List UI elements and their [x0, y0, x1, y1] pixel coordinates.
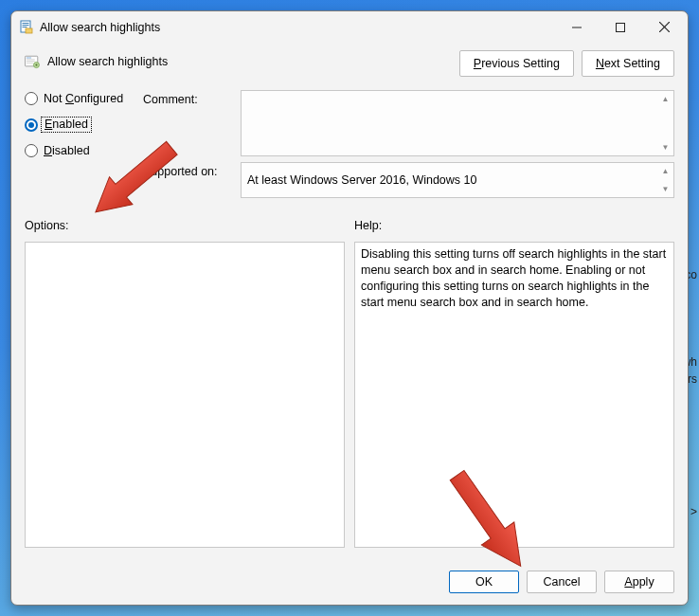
state-radio-group: Not Configured Enabled Disabled — [25, 90, 134, 198]
svg-rect-12 — [27, 61, 35, 62]
svg-rect-11 — [27, 59, 35, 60]
help-text: Disabling this setting turns off search … — [361, 247, 666, 309]
supported-on-value: At least Windows Server 2016, Windows 10 — [247, 173, 476, 187]
radio-icon-selected — [25, 118, 38, 132]
svg-rect-13 — [27, 63, 33, 63]
help-panel: Help: Disabling this setting turns off s… — [354, 219, 674, 548]
policy-dialog-window: Allow search highlights — [10, 10, 689, 606]
comment-textarea[interactable]: ▲ ▼ — [241, 90, 674, 156]
radio-label: Enabled — [41, 117, 92, 133]
radio-label: Not Configured — [44, 92, 123, 105]
nav-buttons: Previous Setting Next Setting — [459, 50, 674, 77]
cancel-button[interactable]: Cancel — [527, 571, 597, 593]
svg-rect-10 — [27, 58, 31, 59]
svg-rect-4 — [26, 28, 32, 33]
apply-button[interactable]: Apply — [604, 571, 674, 593]
titlebar: Allow search highlights — [11, 11, 688, 43]
radio-label: Disabled — [44, 144, 90, 157]
close-button[interactable] — [642, 13, 686, 42]
ok-button[interactable]: OK — [449, 571, 519, 593]
radio-icon — [25, 92, 38, 105]
next-setting-button[interactable]: Next Setting — [582, 50, 674, 77]
maximize-button[interactable] — [599, 13, 642, 42]
window-controls — [555, 13, 686, 42]
config-row: Not Configured Enabled Disabled Comment: — [25, 90, 674, 198]
header-row: Allow search highlights Previous Setting… — [25, 50, 674, 77]
svg-rect-2 — [23, 25, 29, 26]
help-label: Help: — [354, 219, 674, 232]
previous-setting-button[interactable]: Previous Setting — [459, 50, 574, 77]
svg-rect-1 — [23, 23, 29, 24]
help-box: Disabling this setting turns off search … — [354, 242, 674, 548]
dialog-footer: OK Cancel Apply — [11, 559, 688, 605]
supported-row: Supported on: At least Windows Server 20… — [143, 162, 674, 198]
options-label: Options: — [25, 219, 345, 232]
minimize-button[interactable] — [555, 13, 599, 42]
policy-item-icon — [25, 54, 40, 69]
comment-row: Comment: ▲ ▼ — [143, 90, 674, 156]
options-panel: Options: — [25, 219, 345, 548]
scroll-down-icon: ▼ — [657, 139, 673, 155]
window-title: Allow search highlights — [40, 21, 555, 34]
scroll-down-icon: ▼ — [657, 181, 673, 197]
supported-on-textarea: At least Windows Server 2016, Windows 10… — [241, 162, 674, 198]
policy-setting-icon — [19, 20, 34, 35]
scroll-up-icon: ▲ — [657, 91, 673, 107]
svg-rect-6 — [617, 23, 625, 31]
not-configured-radio[interactable]: Not Configured — [25, 92, 134, 105]
radio-icon — [25, 144, 38, 157]
dialog-content: Allow search highlights Previous Setting… — [11, 43, 688, 559]
lower-panels: Options: Help: Disabling this setting tu… — [25, 219, 674, 548]
scroll-up-icon: ▲ — [657, 163, 673, 179]
policy-title-area: Allow search highlights — [25, 50, 459, 69]
options-box[interactable] — [25, 242, 345, 548]
policy-title: Allow search highlights — [47, 55, 168, 68]
comment-label: Comment: — [143, 90, 233, 156]
field-column: Comment: ▲ ▼ Supported on: At least Wind… — [143, 90, 674, 198]
enabled-radio[interactable]: Enabled — [25, 117, 134, 133]
svg-rect-3 — [23, 27, 27, 27]
disabled-radio[interactable]: Disabled — [25, 144, 134, 157]
supported-on-label: Supported on: — [143, 162, 233, 198]
